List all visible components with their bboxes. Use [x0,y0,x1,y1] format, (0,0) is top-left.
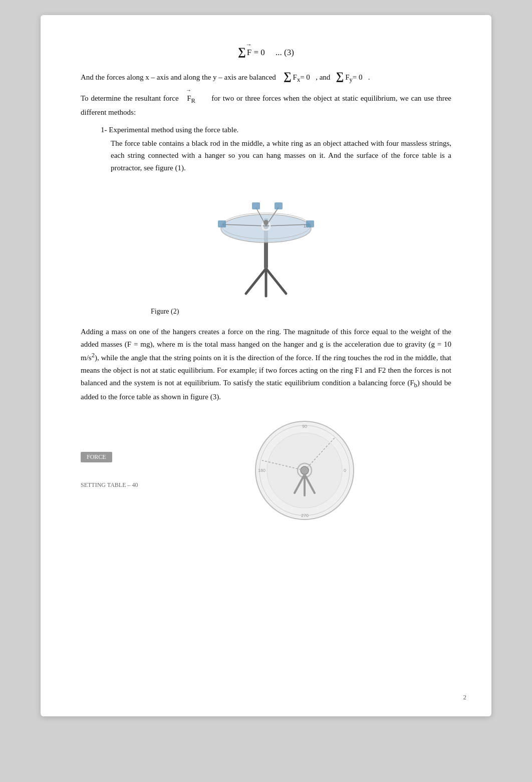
svg-rect-11 [306,220,314,227]
svg-line-2 [266,269,286,294]
force-table-svg: 0 180 [206,188,326,299]
page-number: 2 [463,693,467,701]
sigma-x: ∑ [284,67,292,85]
figure-2-caption: Figure (2) [81,308,451,316]
equation-line: ∑→F = 0 ... (3) [81,45,451,58]
sigma-symbol: ∑ [238,45,246,58]
svg-text:270: 270 [301,513,309,518]
svg-rect-15 [275,202,283,209]
force-label: FORCE [81,452,112,462]
eq-fx: ∑ Fx= 0 [284,67,310,85]
methods-list: 1- Experimental method using the force t… [101,126,451,174]
svg-point-17 [263,220,269,225]
list-item-1-label: 1- Experimental method using the force t… [101,126,451,134]
svg-rect-13 [252,202,260,209]
svg-rect-9 [218,220,226,227]
svg-text:180: 180 [258,468,265,473]
svg-text:90: 90 [302,424,307,429]
eq-fy: ∑ Fy= 0 [336,67,363,85]
arrow-F-symbol: →F [246,48,251,58]
svg-point-4 [221,214,311,242]
bottom-figure-image: 90 0 270 180 [158,418,451,523]
para-forces-balanced: And the forces along x – axis and along … [81,67,451,85]
sigma-y: ∑ [336,67,344,85]
resultant-force-symbol: →FR [186,92,204,106]
setting-table-label: SETTING TABLE – 40 [81,481,138,489]
svg-text:0: 0 [344,468,346,473]
svg-line-0 [246,269,266,294]
para-resultant-force: To determine the resultant force →FR for… [81,92,451,118]
page: ∑→F = 0 ... (3) And the forces along x –… [41,15,491,716]
bottom-figure-area: FORCE SETTING TABLE – 40 [81,418,451,523]
figure-2-container: 0 180 [81,188,451,301]
para-adding-mass: Adding a mass on one of the hangers crea… [81,326,451,403]
bottom-figure-labels: FORCE SETTING TABLE – 40 [81,452,138,489]
force-table-top-view-svg: 90 0 270 180 [252,418,357,523]
list-item-1-body: The force table contains a black rod in … [111,137,451,174]
